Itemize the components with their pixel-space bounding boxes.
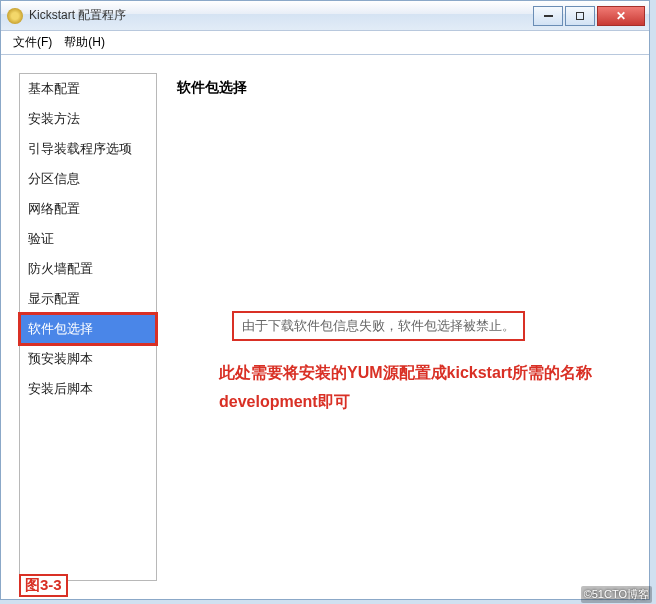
app-window: Kickstart 配置程序 ✕ 文件(F) 帮助(H) 基本配置 安装方法 引… bbox=[0, 0, 650, 600]
window-title: Kickstart 配置程序 bbox=[29, 7, 126, 24]
minimize-button[interactable] bbox=[533, 6, 563, 26]
sidebar-item-install-method[interactable]: 安装方法 bbox=[20, 104, 156, 134]
maximize-button[interactable] bbox=[565, 6, 595, 26]
sidebar-item-firewall[interactable]: 防火墙配置 bbox=[20, 254, 156, 284]
client-area: 基本配置 安装方法 引导装载程序选项 分区信息 网络配置 验证 防火墙配置 显示… bbox=[1, 55, 649, 599]
sidebar-item-partition[interactable]: 分区信息 bbox=[20, 164, 156, 194]
error-message: 由于下载软件包信息失败，软件包选择被禁止。 bbox=[232, 311, 525, 341]
figure-label: 图3-3 bbox=[19, 574, 68, 597]
menu-help[interactable]: 帮助(H) bbox=[58, 32, 111, 53]
annotation-explanation: 此处需要将安装的YUM源配置成kickstart所需的名称development… bbox=[219, 359, 609, 417]
content-pane: 软件包选择 由于下载软件包信息失败，软件包选择被禁止。 此处需要将安装的YUM源… bbox=[157, 55, 649, 599]
close-button[interactable]: ✕ bbox=[597, 6, 645, 26]
close-icon: ✕ bbox=[616, 9, 626, 23]
sidebar-item-auth[interactable]: 验证 bbox=[20, 224, 156, 254]
sidebar-item-basic[interactable]: 基本配置 bbox=[20, 74, 156, 104]
window-controls: ✕ bbox=[531, 6, 645, 26]
content-heading: 软件包选择 bbox=[177, 79, 631, 97]
title-bar: Kickstart 配置程序 ✕ bbox=[1, 1, 649, 31]
watermark: ©51CTO博客 bbox=[581, 586, 652, 603]
sidebar-item-postinstall-script[interactable]: 安装后脚本 bbox=[20, 374, 156, 404]
app-icon bbox=[7, 8, 23, 24]
sidebar-item-package-selection[interactable]: 软件包选择 bbox=[20, 314, 156, 344]
menu-file[interactable]: 文件(F) bbox=[7, 32, 58, 53]
sidebar-item-network[interactable]: 网络配置 bbox=[20, 194, 156, 224]
maximize-icon bbox=[576, 12, 584, 20]
sidebar-item-bootloader[interactable]: 引导装载程序选项 bbox=[20, 134, 156, 164]
sidebar-item-display[interactable]: 显示配置 bbox=[20, 284, 156, 314]
minimize-icon bbox=[544, 15, 553, 17]
menu-bar: 文件(F) 帮助(H) bbox=[1, 31, 649, 55]
sidebar: 基本配置 安装方法 引导装载程序选项 分区信息 网络配置 验证 防火墙配置 显示… bbox=[19, 73, 157, 581]
sidebar-item-preinstall-script[interactable]: 预安装脚本 bbox=[20, 344, 156, 374]
